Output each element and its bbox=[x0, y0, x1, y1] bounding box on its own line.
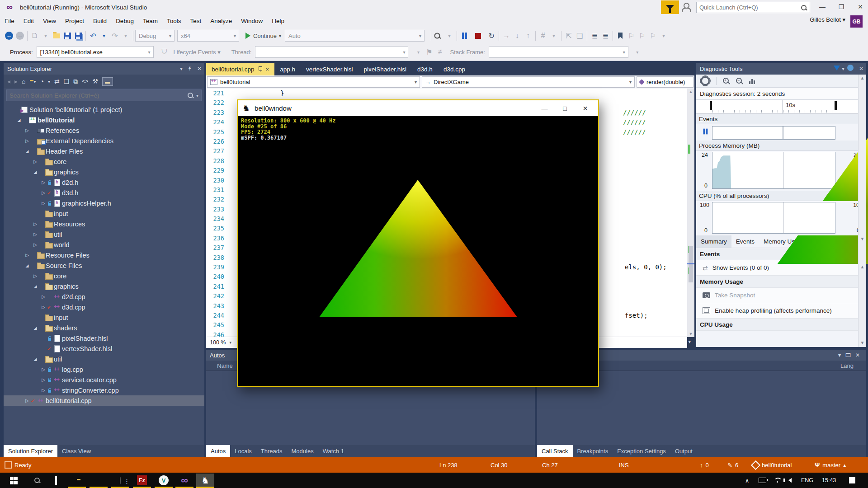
feedback-person-icon[interactable] bbox=[682, 3, 692, 12]
tree-item[interactable]: shaders bbox=[4, 323, 204, 333]
pin-icon[interactable] bbox=[258, 66, 262, 72]
document-tab[interactable]: pixelShader.hlsl × bbox=[359, 63, 412, 75]
volume-icon[interactable] bbox=[788, 473, 792, 488]
git-branch[interactable]: Ψ master ▴ bbox=[815, 457, 846, 473]
auto-combo[interactable]: Auto▾ bbox=[285, 30, 425, 42]
timeline-marker[interactable] bbox=[710, 101, 712, 110]
collapse-all-icon[interactable]: ❏ bbox=[64, 78, 70, 84]
save-icon[interactable] bbox=[62, 30, 73, 42]
code-line-number[interactable]: 245 bbox=[206, 320, 229, 330]
firefox-icon[interactable] bbox=[90, 474, 108, 487]
find-icon[interactable] bbox=[433, 30, 444, 42]
code-line-number[interactable]: 238 bbox=[206, 253, 229, 263]
code-line-number[interactable]: 223 bbox=[206, 108, 229, 117]
thread-combo[interactable]: ▾ bbox=[255, 46, 408, 58]
pending-changes-icon[interactable]: ◔ bbox=[40, 78, 44, 84]
prev-bookmark-icon[interactable]: ⚐ bbox=[626, 30, 637, 42]
float-icon[interactable]: 🗖 bbox=[845, 352, 851, 358]
tree-item[interactable]: d2d.h bbox=[4, 177, 204, 188]
copy-frame-icon[interactable]: ❏ bbox=[574, 30, 585, 42]
tree-item[interactable]: Solution 'bell0tutorial' (1 project) bbox=[4, 104, 204, 115]
tree-item[interactable]: input bbox=[4, 312, 204, 323]
bell0window[interactable]: ♞ bell0window — □ ✕ Resolution: 800 x 60… bbox=[237, 99, 599, 387]
tree-item[interactable]: d3d.h bbox=[4, 188, 204, 198]
panel-tab[interactable]: Modules bbox=[287, 445, 318, 457]
menu-item[interactable]: File bbox=[0, 16, 19, 27]
expander-icon[interactable] bbox=[40, 305, 47, 310]
expander-icon[interactable] bbox=[32, 159, 39, 164]
pause-events-icon[interactable] bbox=[703, 129, 708, 135]
member-dropdown[interactable]: render(double) bbox=[637, 76, 693, 88]
tree-item[interactable]: References bbox=[4, 125, 204, 136]
tree-item[interactable]: pixelShader.hlsl bbox=[4, 333, 204, 343]
code-line-number[interactable]: 228 bbox=[206, 156, 229, 166]
indent-icon[interactable]: ≣ bbox=[589, 30, 600, 42]
panel-dropdown-icon[interactable]: ▾ bbox=[842, 66, 844, 72]
code-line-number[interactable]: 237 bbox=[206, 243, 229, 253]
tree-item[interactable]: core bbox=[4, 271, 204, 281]
document-tab[interactable]: d3d.cpp × bbox=[438, 63, 471, 75]
code-line-number[interactable]: 221 bbox=[206, 89, 229, 98]
visual-studio-icon[interactable]: ∞ bbox=[175, 474, 193, 487]
tree-item[interactable]: world bbox=[4, 239, 204, 250]
expander-icon[interactable] bbox=[32, 357, 39, 361]
expander-icon[interactable] bbox=[24, 263, 31, 268]
document-tab[interactable]: vertexShader.hlsl × bbox=[301, 63, 359, 75]
next-bookmark-icon[interactable]: ⚐ bbox=[637, 30, 647, 42]
expander-icon[interactable] bbox=[24, 149, 31, 154]
close-panel-icon[interactable]: ✕ bbox=[859, 66, 863, 72]
quick-launch-input[interactable] bbox=[697, 4, 801, 11]
code-line-number[interactable]: 230 bbox=[206, 176, 229, 185]
menu-item[interactable]: Project bbox=[61, 16, 89, 27]
flag-icon[interactable]: ⚑ bbox=[424, 46, 434, 58]
panel-tab[interactable]: Watch 1 bbox=[318, 445, 349, 457]
redo-icon[interactable]: ↷ bbox=[109, 30, 120, 42]
expander-icon[interactable] bbox=[24, 253, 31, 258]
take-snapshot-link[interactable]: Take Snapshot bbox=[696, 288, 866, 303]
file-explorer-icon[interactable] bbox=[68, 474, 86, 487]
clock[interactable]: 15:43 bbox=[822, 473, 836, 488]
expander-icon[interactable] bbox=[32, 242, 39, 247]
tree-item[interactable]: bell0tutorial bbox=[4, 115, 204, 125]
pointer-icon[interactable]: ⇱ bbox=[563, 30, 574, 42]
restore-button[interactable]: ❐ bbox=[833, 0, 850, 14]
show-all-files-icon[interactable]: ⧉ bbox=[73, 78, 78, 84]
suspend-icon[interactable]: ≠ bbox=[434, 46, 445, 58]
expander-icon[interactable] bbox=[40, 180, 47, 185]
timeline[interactable]: 10s bbox=[696, 100, 866, 114]
code-line-number[interactable]: 227 bbox=[206, 146, 229, 156]
new-file-icon[interactable]: 🗋 bbox=[29, 30, 40, 42]
tree-item[interactable]: log.cpp bbox=[4, 364, 204, 375]
reset-view-icon[interactable] bbox=[749, 78, 755, 84]
tree-item[interactable]: serviceLocator.cpp bbox=[4, 375, 204, 385]
expander-icon[interactable] bbox=[40, 367, 47, 372]
close-panel-icon[interactable]: ✕ bbox=[855, 352, 860, 358]
undo-icon[interactable]: ↶ bbox=[88, 30, 99, 42]
game-maximize-button[interactable]: □ bbox=[555, 100, 575, 116]
restart-icon[interactable]: ↻ bbox=[486, 30, 497, 42]
tree-item[interactable]: graphicsHelper.h bbox=[4, 198, 204, 208]
navigate-forward-icon[interactable]: → bbox=[14, 30, 25, 42]
continue-button[interactable]: Continue▾ bbox=[245, 30, 281, 42]
properties-icon[interactable]: ⚒ bbox=[92, 78, 98, 84]
panel-tab[interactable]: Exception Settings bbox=[613, 445, 670, 457]
view-code-icon[interactable]: <> bbox=[82, 78, 88, 84]
panel-tab[interactable]: Solution Explorer bbox=[4, 445, 57, 457]
tree-item[interactable]: util bbox=[4, 354, 204, 364]
code-line-number[interactable]: 232 bbox=[206, 195, 229, 204]
clear-bookmarks-icon[interactable]: ⚐ bbox=[647, 30, 658, 42]
bell0window-title-bar[interactable]: ♞ bell0window — □ ✕ bbox=[238, 100, 598, 116]
lifecycle-label[interactable]: Lifecycle Events ▾ bbox=[174, 49, 221, 56]
diagnostics-scrollbar[interactable]: ▲ ▼ ▲ ▼ bbox=[858, 75, 866, 347]
outdent-icon[interactable]: ≣ bbox=[600, 30, 611, 42]
expander-icon[interactable] bbox=[32, 284, 39, 289]
document-tab[interactable]: d3d.h × bbox=[412, 63, 438, 75]
tree-item[interactable]: External Dependencies bbox=[4, 136, 204, 146]
tree-item[interactable]: vertexShader.hlsl bbox=[4, 343, 204, 354]
expander-icon[interactable] bbox=[24, 138, 31, 143]
hex-display-icon[interactable]: # bbox=[538, 30, 548, 42]
expander-icon[interactable] bbox=[32, 232, 39, 237]
code-line-number[interactable]: 242 bbox=[206, 291, 229, 301]
quick-launch[interactable] bbox=[696, 2, 810, 13]
navigate-back-icon[interactable]: ← bbox=[4, 30, 14, 42]
